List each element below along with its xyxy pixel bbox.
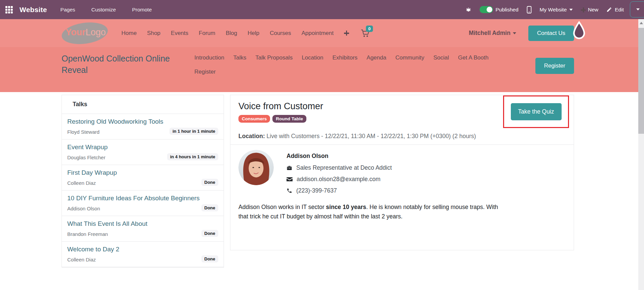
event-nav-talks[interactable]: Talks [233,54,247,61]
speaker-phone[interactable]: (223)-399-7637 [296,187,337,194]
new-button[interactable]: New [581,7,598,13]
published-label: Published [496,7,519,13]
nav-events[interactable]: Events [171,30,188,37]
mobile-preview-icon[interactable] [527,6,532,13]
event-nav-exhibitors[interactable]: Exhibitors [332,54,357,61]
edit-button[interactable]: Edit [606,7,624,13]
event-nav-get-a-booth[interactable]: Get A Booth [458,54,489,61]
systray: Published My Website New Edit [465,6,624,13]
published-toggle[interactable] [480,6,493,13]
nav-forum[interactable]: Forum [199,30,215,37]
event-nav-register[interactable]: Register [194,69,216,75]
talk-list-item[interactable]: What This Event Is All About Brandon Fre… [62,216,224,242]
quiz-highlight-annotation: Take the Quiz [503,95,569,128]
nav-courses[interactable]: Courses [270,30,291,37]
debug-bug-icon[interactable] [465,7,471,13]
talk-speaker: Colleen Diaz [67,180,96,186]
event-nav-community[interactable]: Community [395,54,424,61]
user-name: Mitchell Admin [469,30,510,37]
phone-icon [287,188,292,194]
talk-title-link[interactable]: Restoring Old Woodworking Tools [67,118,218,125]
menu-promote[interactable]: Promote [132,7,152,13]
logo-text-your: Your [66,27,86,37]
apps-grid-icon[interactable] [5,6,13,13]
chevron-down-icon [636,8,640,10]
talk-title-link[interactable]: 10 DIY Furniture Ideas For Absolute Begi… [67,195,218,202]
register-button[interactable]: Register [535,58,574,74]
sidebar-title: Talks [62,95,224,114]
add-page-plus-icon[interactable] [344,31,349,36]
site-logo[interactable]: YourLogo [62,23,108,44]
publish-toggle-group[interactable]: Published [480,6,519,13]
talk-list-item[interactable]: First Day Wrapup Colleen Diaz Done [62,165,224,191]
tag-badge-consumers: Consumers [238,115,270,123]
event-banner: OpenWood Collection Online Reveal Introd… [0,47,644,92]
user-menu[interactable]: Mitchell Admin [469,30,516,37]
website-header: YourLogo Home Shop Events Forum Blog Hel… [0,19,644,47]
speaker-card: Addison Olson Sales Representative at De… [230,144,574,235]
speaker-role: Sales Representative at Deco Addict [296,164,392,171]
website-switcher[interactable]: My Website [540,7,573,13]
app-title[interactable]: Website [20,6,47,14]
talk-speaker: Addison Olson [67,206,100,211]
talk-list-item[interactable]: Welcome to Day 2 Colleen Diaz Done [62,242,224,267]
scrollbar-up-arrow[interactable] [640,22,643,24]
talk-list-item[interactable]: Restoring Old Woodworking Tools Floyd St… [62,114,224,139]
talk-status-badge: Done [201,230,219,237]
nav-home[interactable]: Home [121,30,137,37]
talk-status-badge: Done [201,255,219,262]
speaker-name: Addison Olson [287,153,392,160]
cart-count-badge: 0 [366,26,373,32]
talk-title-link[interactable]: What This Event Is All About [67,220,218,227]
speaker-avatar [238,150,274,185]
talk-list-item[interactable]: 10 DIY Furniture Ideas For Absolute Begi… [62,191,224,216]
talk-status-badge: in 4 hours in 1 minute [167,153,218,160]
event-nav: Introduction Talks Talk Proposals Locati… [179,47,535,92]
chevron-down-icon [513,32,516,34]
talk-title-link[interactable]: Event Wrapup [67,143,218,151]
take-the-quiz-button[interactable]: Take the Quiz [511,103,562,120]
talk-title-link[interactable]: Welcome to Day 2 [67,246,218,253]
app-menu: Pages Customize Promote [61,7,152,13]
talk-status-badge: Done [201,204,219,211]
contact-us-button[interactable]: Contact Us [528,26,574,41]
event-nav-location[interactable]: Location [302,54,323,61]
location-label: Location: [238,133,265,139]
tag-badge-round-table: Round Table [272,115,306,123]
talk-speaker: Colleen Diaz [67,257,96,262]
pencil-icon [606,7,612,12]
speaker-bio: Addison Olson works in IT sector since 1… [238,203,507,221]
location-value: Live with Customers - 12/22/21, 11:30 AM… [265,133,476,139]
talk-detail-panel: Voice from Customer Consumers Round Tabl… [230,95,574,250]
nav-appointment[interactable]: Appointment [301,30,333,37]
odoo-top-bar: Website Pages Customize Promote Publishe… [0,0,644,19]
plus-icon [581,7,585,12]
event-nav-social[interactable]: Social [433,54,449,61]
menu-customize[interactable]: Customize [91,7,116,13]
nav-shop[interactable]: Shop [147,30,160,37]
edit-button-label: Edit [615,7,624,13]
briefcase-icon [287,165,292,171]
systray-more-button[interactable] [630,1,644,17]
talk-list-item[interactable]: Event Wrapup Douglas Fletcher in 4 hours… [62,139,224,165]
event-nav-introduction[interactable]: Introduction [194,54,224,61]
scrollbar-thumb[interactable] [638,28,644,134]
talk-speaker: Douglas Fletcher [67,155,105,160]
chevron-down-icon [569,9,573,11]
talks-sidebar: Talks Restoring Old Woodworking Tools Fl… [62,95,224,267]
speaker-email[interactable]: addison.olson28@example.com [297,176,380,183]
talk-title-link[interactable]: First Day Wrapup [67,169,218,176]
event-nav-agenda[interactable]: Agenda [367,54,386,61]
event-nav-talk-proposals[interactable]: Talk Proposals [256,54,293,61]
menu-pages[interactable]: Pages [61,7,75,13]
event-title[interactable]: OpenWood Collection Online Reveal [62,47,179,92]
logo-text-logo: Logo [86,27,106,37]
talk-status-badge: Done [201,179,219,186]
page-scrollbar[interactable] [638,19,644,290]
cart-button[interactable]: 0 [361,29,370,38]
nav-help[interactable]: Help [248,30,259,37]
new-button-label: New [588,7,598,13]
talk-speaker: Floyd Steward [67,129,100,135]
nav-blog[interactable]: Blog [226,30,237,37]
talk-status-badge: in 1 hour in 1 minute [169,128,218,135]
